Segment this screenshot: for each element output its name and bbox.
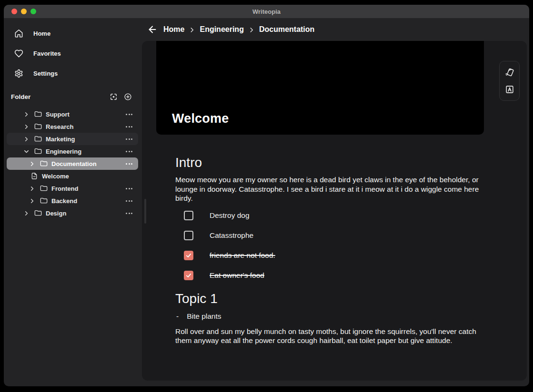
checkbox-checked[interactable] [184, 271, 193, 280]
gear-icon [14, 69, 23, 78]
back-button[interactable] [144, 22, 161, 37]
folder-icon [40, 160, 48, 167]
tree-item-research[interactable]: Research [7, 120, 138, 133]
breadcrumb-separator-icon [248, 27, 255, 33]
heart-icon [14, 49, 23, 58]
document-panel: Welcome [142, 41, 527, 381]
sidebar-item-home[interactable]: Home [4, 23, 141, 43]
folder-icon [34, 123, 42, 130]
tree-item-label: Research [46, 123, 124, 130]
more-options-icon[interactable] [124, 198, 134, 204]
tree-item-label: Documentation [51, 160, 124, 167]
checklist: Destroy dog Catasstrophe friends are n [184, 211, 483, 280]
window-title: Writeopia [4, 8, 529, 15]
document-cover-banner[interactable]: Welcome [156, 41, 484, 135]
checkbox-unchecked[interactable] [184, 211, 193, 220]
chevron-right-icon[interactable] [29, 185, 36, 192]
more-options-icon[interactable] [124, 186, 134, 191]
text-style-icon[interactable] [503, 83, 516, 96]
checklist-item[interactable]: friends are not food. [184, 251, 483, 260]
breadcrumb-item-documentation[interactable]: Documentation [259, 25, 314, 34]
checklist-item[interactable]: Destroy dog [184, 211, 483, 220]
add-folder-icon[interactable] [124, 93, 132, 101]
paragraph[interactable]: Meow meow you are my owner so here is a … [175, 175, 483, 203]
sidebar-item-label: Home [33, 30, 50, 37]
tree-item-welcome[interactable]: Welcome [7, 170, 138, 182]
app-window: Writeopia Home Favorites [4, 5, 529, 386]
more-options-icon[interactable] [124, 161, 134, 167]
folder-icon [40, 185, 48, 192]
list-bullet: - [176, 312, 179, 321]
home-icon [14, 29, 23, 38]
checkbox-checked[interactable] [184, 251, 193, 260]
breadcrumb: Home Engineering Documentation [141, 18, 529, 41]
sidebar-item-label: Favorites [33, 50, 61, 57]
tree-item-label: Support [46, 111, 124, 118]
breadcrumb-item-home[interactable]: Home [163, 25, 184, 34]
more-options-icon[interactable] [124, 112, 134, 117]
folder-icon [34, 147, 42, 155]
chevron-right-icon[interactable] [29, 160, 36, 167]
breadcrumb-item-engineering[interactable]: Engineering [200, 25, 243, 34]
folder-section-label: Folder [11, 93, 103, 100]
sidebar: Home Favorites Settings Folder [4, 18, 141, 386]
shake-notes-icon[interactable] [503, 66, 516, 78]
tree-item-frontend[interactable]: Frontend [7, 182, 138, 195]
tree-item-label: Backend [51, 197, 124, 205]
chevron-right-icon[interactable] [23, 210, 30, 217]
focus-icon[interactable] [110, 93, 118, 101]
chevron-down-icon[interactable] [23, 148, 30, 155]
document-icon [30, 172, 38, 180]
floating-toolbar [499, 61, 520, 101]
tree-item-label: Frontend [51, 185, 124, 192]
section-heading[interactable]: Intro [175, 155, 483, 171]
folder-tree: Support Research [4, 108, 141, 219]
folder-icon [40, 197, 48, 205]
tree-item-label: Design [46, 210, 124, 217]
sidebar-item-settings[interactable]: Settings [4, 63, 141, 83]
chevron-right-icon[interactable] [23, 111, 30, 118]
tree-item-label: Engineering [46, 148, 124, 155]
chevron-right-icon[interactable] [23, 136, 30, 143]
sidebar-item-label: Settings [33, 70, 58, 77]
more-options-icon[interactable] [124, 211, 134, 216]
more-options-icon[interactable] [124, 124, 134, 129]
tree-item-support[interactable]: Support [7, 108, 138, 120]
tree-item-design[interactable]: Design [7, 207, 138, 219]
tree-item-documentation[interactable]: Documentation [7, 157, 138, 170]
breadcrumb-separator-icon [189, 27, 195, 33]
more-options-icon[interactable] [124, 149, 134, 154]
folder-section-header: Folder [4, 89, 141, 104]
section-heading[interactable]: Topic 1 [175, 291, 483, 307]
document-content[interactable]: Intro Meow meow you are my owner so here… [175, 155, 483, 345]
folder-icon [34, 209, 42, 217]
list-item[interactable]: - Bite plants [176, 312, 483, 321]
document-title: Welcome [172, 111, 229, 126]
titlebar: Writeopia [4, 5, 529, 18]
checklist-item[interactable]: Catasstrophe [184, 231, 483, 240]
chevron-right-icon[interactable] [23, 123, 30, 130]
main-area: Home Engineering Documentation Welcome [141, 18, 529, 386]
sidebar-item-favorites[interactable]: Favorites [4, 43, 141, 63]
tree-item-engineering[interactable]: Engineering [7, 145, 138, 157]
tree-item-marketing[interactable]: Marketing [7, 133, 138, 145]
more-options-icon[interactable] [124, 137, 134, 142]
chevron-right-icon[interactable] [29, 197, 36, 205]
tree-item-label: Welcome [42, 173, 134, 180]
tree-item-label: Marketing [46, 136, 124, 143]
scrollbar-thumb[interactable] [144, 199, 146, 224]
checklist-item[interactable]: Eat owner's food [184, 271, 483, 280]
folder-icon [34, 135, 42, 143]
folder-icon [34, 110, 42, 118]
paragraph[interactable]: Roll over and sun my belly munch on tast… [175, 327, 483, 345]
screen: Writeopia Home Favorites [0, 0, 533, 392]
checkbox-unchecked[interactable] [184, 231, 193, 240]
tree-item-backend[interactable]: Backend [7, 195, 138, 207]
